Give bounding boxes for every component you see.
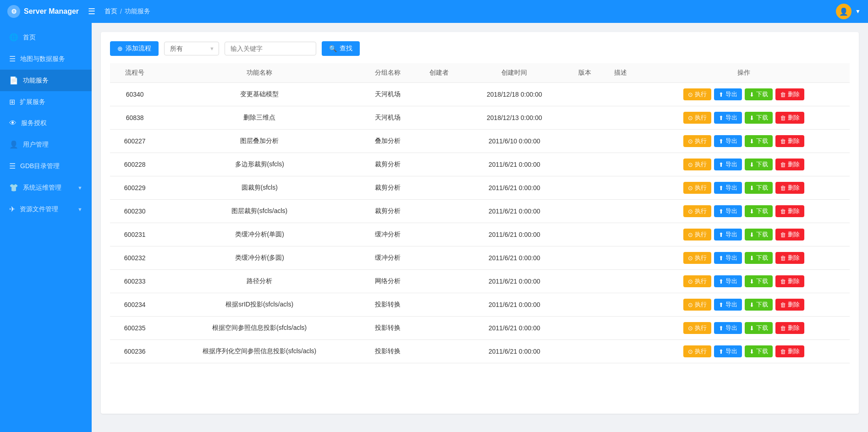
execute-button[interactable]: ⊙ 执行: [683, 229, 711, 241]
table-row: 600236 根据序列化空间参照信息投影(sfcls/acls) 投影转换 20…: [110, 340, 850, 363]
export-button[interactable]: ⬆ 导出: [714, 88, 742, 100]
search-button[interactable]: 🔍 查找: [322, 41, 360, 56]
execute-icon: ⊙: [688, 138, 693, 145]
cell-group: 天河机场: [359, 106, 416, 130]
export-icon: ⬆: [719, 208, 724, 215]
hamburger-button[interactable]: ☰: [84, 5, 99, 18]
export-icon: ⬆: [719, 231, 724, 238]
delete-button[interactable]: 🗑 删除: [775, 275, 804, 287]
delete-label: 删除: [788, 254, 800, 262]
download-label: 下载: [756, 207, 768, 215]
export-button[interactable]: ⬆ 导出: [714, 252, 742, 264]
sidebar-item-func-service[interactable]: 📄 功能服务: [0, 70, 92, 91]
action-buttons: ⊙ 执行 ⬆ 导出 ⬇ 下载 🗑 删除: [643, 345, 845, 357]
user-avatar[interactable]: 👤: [836, 4, 852, 19]
execute-button[interactable]: ⊙ 执行: [683, 112, 711, 124]
add-icon: ⊕: [117, 45, 123, 52]
download-button[interactable]: ⬇ 下载: [745, 299, 773, 311]
export-button[interactable]: ⬆ 导出: [714, 275, 742, 287]
export-label: 导出: [725, 324, 737, 332]
download-button[interactable]: ⬇ 下载: [745, 182, 773, 194]
cell-version: [567, 317, 603, 340]
execute-button[interactable]: ⊙ 执行: [683, 275, 711, 287]
delete-button[interactable]: 🗑 删除: [775, 88, 804, 100]
execute-button[interactable]: ⊙ 执行: [683, 345, 711, 357]
add-process-button[interactable]: ⊕ 添加流程: [110, 41, 159, 56]
download-button[interactable]: ⬇ 下载: [745, 159, 773, 170]
export-icon: ⬆: [719, 348, 724, 355]
delete-button[interactable]: 🗑 删除: [775, 112, 804, 124]
delete-button[interactable]: 🗑 删除: [775, 205, 804, 217]
execute-label: 执行: [695, 277, 707, 285]
download-button[interactable]: ⬇ 下载: [745, 229, 773, 241]
delete-button[interactable]: 🗑 删除: [775, 299, 804, 311]
delete-button[interactable]: 🗑 删除: [775, 229, 804, 241]
export-button[interactable]: ⬆ 导出: [714, 182, 742, 194]
sidebar-item-gdb[interactable]: ☰ GDB目录管理: [0, 155, 92, 177]
user-dropdown-icon[interactable]: ▼: [855, 8, 861, 15]
export-button[interactable]: ⬆ 导出: [714, 112, 742, 124]
download-icon: ⬇: [749, 348, 754, 355]
export-button[interactable]: ⬆ 导出: [714, 322, 742, 334]
cell-desc: [603, 176, 638, 200]
delete-button[interactable]: 🗑 删除: [775, 159, 804, 170]
export-button[interactable]: ⬆ 导出: [714, 299, 742, 311]
download-button[interactable]: ⬇ 下载: [745, 275, 773, 287]
sidebar-item-ext-service[interactable]: ⊞ 扩展服务: [0, 91, 92, 113]
cell-created-at: 2011/6/21 0:00:00: [462, 293, 567, 317]
export-label: 导出: [725, 254, 737, 262]
search-input[interactable]: [225, 42, 316, 55]
download-button[interactable]: ⬇ 下载: [745, 322, 773, 334]
sidebar-item-sys-ops[interactable]: 👕 系统运维管理 ▼: [0, 177, 92, 198]
cell-actions: ⊙ 执行 ⬆ 导出 ⬇ 下载 🗑 删除: [638, 270, 850, 293]
sidebar-label-home: 首页: [23, 33, 82, 42]
download-button[interactable]: ⬇ 下载: [745, 88, 773, 100]
execute-button[interactable]: ⊙ 执行: [683, 182, 711, 194]
action-buttons: ⊙ 执行 ⬆ 导出 ⬇ 下载 🗑 删除: [643, 159, 845, 170]
filter-select[interactable]: 所有 天河机场 叠加分析 裁剪分析 缓冲分析 网络分析 投影转换: [164, 42, 219, 55]
export-button[interactable]: ⬆ 导出: [714, 345, 742, 357]
action-buttons: ⊙ 执行 ⬆ 导出 ⬇ 下载 🗑 删除: [643, 275, 845, 287]
delete-button[interactable]: 🗑 删除: [775, 252, 804, 264]
execute-button[interactable]: ⊙ 执行: [683, 135, 711, 147]
download-icon: ⬇: [749, 185, 754, 191]
delete-button[interactable]: 🗑 删除: [775, 345, 804, 357]
delete-button[interactable]: 🗑 删除: [775, 135, 804, 147]
cell-creator: [416, 223, 462, 246]
sidebar-item-res-file[interactable]: ✈ 资源文件管理 ▼: [0, 198, 92, 220]
execute-button[interactable]: ⊙ 执行: [683, 322, 711, 334]
cell-actions: ⊙ 执行 ⬆ 导出 ⬇ 下载 🗑 删除: [638, 200, 850, 223]
export-button[interactable]: ⬆ 导出: [714, 135, 742, 147]
download-button[interactable]: ⬇ 下载: [745, 205, 773, 217]
execute-button[interactable]: ⊙ 执行: [683, 159, 711, 170]
export-button[interactable]: ⬆ 导出: [714, 229, 742, 241]
delete-icon: 🗑: [780, 138, 786, 145]
cell-name: 多边形裁剪(sfcls): [159, 153, 359, 176]
execute-button[interactable]: ⊙ 执行: [683, 88, 711, 100]
sidebar-item-user-mgmt[interactable]: 👤 用户管理: [0, 134, 92, 155]
delete-label: 删除: [788, 137, 800, 145]
execute-button[interactable]: ⊙ 执行: [683, 299, 711, 311]
download-button[interactable]: ⬇ 下载: [745, 252, 773, 264]
download-button[interactable]: ⬇ 下载: [745, 135, 773, 147]
breadcrumb-home[interactable]: 首页: [104, 7, 117, 16]
user-mgmt-icon: 👤: [9, 140, 18, 149]
cell-desc: [603, 317, 638, 340]
sidebar-item-auth[interactable]: 👁 服务授权: [0, 113, 92, 134]
delete-icon: 🗑: [780, 255, 786, 262]
cell-version: [567, 223, 603, 246]
download-button[interactable]: ⬇ 下载: [745, 112, 773, 124]
download-button[interactable]: ⬇ 下载: [745, 345, 773, 357]
sidebar-item-map-data[interactable]: ☰ 地图与数据服务: [0, 48, 92, 70]
execute-button[interactable]: ⊙ 执行: [683, 252, 711, 264]
download-icon: ⬇: [749, 91, 754, 98]
execute-button[interactable]: ⊙ 执行: [683, 205, 711, 217]
action-buttons: ⊙ 执行 ⬆ 导出 ⬇ 下载 🗑 删除: [643, 135, 845, 147]
cell-name: 圆裁剪(sfcls): [159, 176, 359, 200]
sidebar-item-home[interactable]: 🌐 首页: [0, 27, 92, 48]
export-button[interactable]: ⬆ 导出: [714, 159, 742, 170]
delete-button[interactable]: 🗑 删除: [775, 182, 804, 194]
export-button[interactable]: ⬆ 导出: [714, 205, 742, 217]
delete-button[interactable]: 🗑 删除: [775, 322, 804, 334]
sidebar-label-gdb: GDB目录管理: [20, 162, 82, 170]
